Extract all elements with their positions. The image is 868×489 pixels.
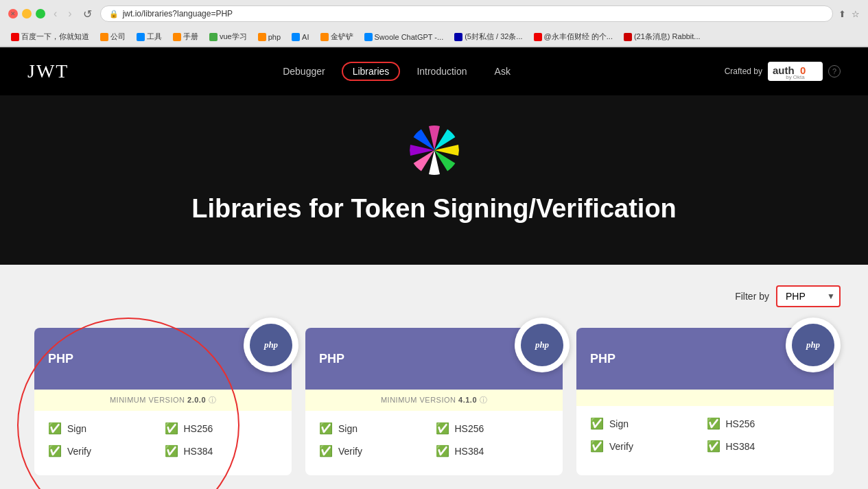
card-version-1: MINIMUM VERSION 2.0.0 ⓘ: [34, 390, 292, 411]
card-version-3: [576, 390, 834, 406]
browser-chrome: ✕ ‹ › ↺ 🔒 jwt.io/libraries?language=PHP …: [0, 0, 868, 47]
bookmark-item[interactable]: Swoole ChatGPT -...: [362, 32, 447, 43]
url-text: jwt.io/libraries?language=PHP: [123, 9, 233, 19]
feature-hs384-3: ✅ HS384: [707, 440, 821, 453]
bookmark-item[interactable]: 工具: [134, 30, 165, 43]
back-button[interactable]: ‹: [51, 6, 60, 21]
feature-verify-1: ✅ Verify: [48, 444, 162, 457]
cards-grid: PHP php MINIMUM VERSION 2.0.0 ⓘ ✅ Sign ✅…: [27, 328, 841, 475]
nav-debugger[interactable]: Debugger: [272, 62, 336, 81]
feature-verify-2: ✅ Verify: [319, 444, 433, 457]
window-controls: ✕: [8, 9, 45, 19]
feature-sign-1: ✅ Sign: [48, 422, 162, 435]
nav-introduction[interactable]: Introduction: [406, 62, 478, 81]
feature-verify-3: ✅ Verify: [590, 440, 704, 453]
check-icon: ✅: [165, 444, 178, 457]
share-button[interactable]: ⬆: [838, 9, 846, 19]
php-logo-circle-2: php: [515, 318, 570, 372]
check-icon: ✅: [48, 422, 62, 435]
card-header-2: PHP php: [305, 328, 563, 390]
lock-icon: 🔒: [109, 10, 119, 19]
bookmarks-bar: 百度一下，你就知道 公司 工具 手册 vue学习 php AI 金铲铲: [0, 27, 868, 47]
card-header-1: PHP php: [34, 328, 292, 390]
check-icon: ✅: [319, 422, 333, 435]
php-logo-2: php: [521, 324, 563, 366]
minimize-window-button[interactable]: [22, 9, 32, 19]
filter-label: Filter by: [735, 291, 769, 302]
hero-spinner: [407, 123, 462, 178]
bookmark-button[interactable]: ☆: [852, 9, 860, 19]
bookmark-item[interactable]: 百度一下，你就知道: [8, 30, 92, 43]
bookmark-item[interactable]: 金铲铲: [318, 30, 356, 43]
bookmark-item[interactable]: 手册: [170, 30, 201, 43]
browser-toolbar: ✕ ‹ › ↺ 🔒 jwt.io/libraries?language=PHP …: [0, 0, 868, 27]
bookmark-item[interactable]: @永丰佰财经 的个...: [531, 30, 615, 43]
php-logo-circle-1: php: [244, 318, 298, 372]
card-lang-2: PHP: [319, 352, 344, 366]
crafted-by-label: Crafted by: [725, 67, 762, 76]
feature-hs384-2: ✅ HS384: [436, 444, 550, 457]
check-icon: ✅: [590, 440, 604, 453]
check-icon: ✅: [707, 417, 720, 430]
feature-hs384-1: ✅ HS384: [165, 444, 279, 457]
site-header: JWT Debugger Libraries Introduction Ask …: [0, 47, 868, 95]
feature-hs256-1: ✅ HS256: [165, 422, 279, 435]
crafted-by-section: Crafted by auth 0 by Okta ?: [725, 62, 841, 81]
card-header-3: PHP php: [576, 328, 834, 390]
feature-sign-3: ✅ Sign: [590, 417, 704, 430]
hero-title: Libraries for Token Signing/Verification: [14, 194, 854, 224]
check-icon: ✅: [436, 422, 449, 435]
feature-sign-2: ✅ Sign: [319, 422, 433, 435]
php-logo-1: php: [250, 324, 292, 366]
card-body-2: ✅ Sign ✅ HS256 ✅ Verify ✅ HS384: [305, 411, 563, 475]
php-logo-3: php: [792, 324, 834, 366]
bookmark-item[interactable]: (5封私信 / 32条...: [451, 30, 525, 43]
filter-select[interactable]: PHP Node.js Python Java Ruby Go: [776, 285, 841, 307]
feature-hs256-3: ✅ HS256: [707, 417, 821, 430]
nav-ask[interactable]: Ask: [484, 62, 521, 81]
url-bar[interactable]: 🔒 jwt.io/libraries?language=PHP: [100, 5, 833, 22]
reload-button[interactable]: ↺: [80, 6, 95, 22]
help-icon[interactable]: ?: [828, 65, 841, 77]
card-lang-3: PHP: [590, 352, 615, 366]
close-window-button[interactable]: ✕: [8, 9, 18, 19]
maximize-window-button[interactable]: [36, 9, 45, 19]
nav-libraries[interactable]: Libraries: [342, 62, 401, 81]
auth0-sub: by Okta: [786, 74, 805, 80]
feature-hs256-2: ✅ HS256: [436, 422, 550, 435]
check-icon: ✅: [436, 444, 449, 457]
site-nav: Debugger Libraries Introduction Ask: [272, 62, 521, 81]
card-lang-1: PHP: [48, 352, 73, 366]
check-icon: ✅: [48, 444, 62, 457]
bookmark-item[interactable]: 公司: [97, 30, 128, 43]
bookmark-item[interactable]: php: [255, 32, 283, 43]
filter-select-wrapper: PHP Node.js Python Java Ruby Go ▼: [776, 285, 841, 307]
library-card-2: PHP php MINIMUM VERSION 4.1.0 ⓘ ✅ Sign ✅…: [305, 328, 563, 475]
library-card-1: PHP php MINIMUM VERSION 2.0.0 ⓘ ✅ Sign ✅…: [34, 328, 292, 475]
check-icon: ✅: [319, 444, 333, 457]
site-logo: JWT: [27, 60, 69, 82]
bookmark-item[interactable]: (21条消息) Rabbit...: [621, 30, 703, 43]
card-body-3: ✅ Sign ✅ HS256 ✅ Verify ✅ HS384: [576, 406, 834, 470]
card-body-1: ✅ Sign ✅ HS256 ✅ Verify ✅ HS384: [34, 411, 292, 475]
check-icon: ✅: [590, 417, 604, 430]
check-icon: ✅: [165, 422, 178, 435]
card-version-2: MINIMUM VERSION 4.1.0 ⓘ: [305, 390, 563, 411]
browser-action-buttons: ⬆ ☆: [838, 9, 860, 19]
php-logo-circle-3: php: [786, 318, 841, 372]
filter-bar: Filter by PHP Node.js Python Java Ruby G…: [27, 285, 841, 307]
bookmark-item[interactable]: vue学习: [207, 30, 250, 43]
bookmark-item[interactable]: AI: [289, 32, 312, 43]
hero-section: Libraries for Token Signing/Verification: [0, 95, 868, 265]
forward-button[interactable]: ›: [65, 6, 74, 21]
library-card-3: PHP php ✅ Sign ✅ HS256 ✅: [576, 328, 834, 475]
content-section: Filter by PHP Node.js Python Java Ruby G…: [0, 265, 868, 489]
auth0-logo: auth 0 by Okta: [768, 62, 823, 81]
check-icon: ✅: [707, 440, 720, 453]
